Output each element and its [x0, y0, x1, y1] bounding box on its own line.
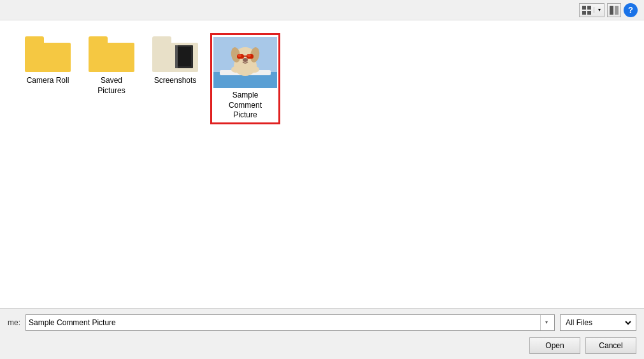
filename-dropdown-arrow[interactable]: ▾: [540, 315, 552, 330]
filetype-select-wrap[interactable]: All Files Image Files JPEG Files PNG Fil…: [560, 314, 636, 331]
folder-icon-saved-pictures: [89, 36, 134, 72]
cancel-button[interactable]: Cancel: [585, 337, 636, 354]
filename-input[interactable]: [29, 318, 540, 327]
filename-row: me: ▾ All Files Image Files JPEG Files P…: [8, 314, 636, 331]
folder-icon-camera-roll: [25, 36, 71, 72]
view-icon: [580, 6, 594, 15]
svg-rect-4: [610, 6, 613, 15]
svg-point-20: [250, 66, 259, 73]
view-button[interactable]: ▾: [579, 3, 605, 17]
svg-rect-5: [615, 6, 619, 15]
file-browser: Camera Roll Saved Pictures Screenshots: [0, 20, 644, 308]
svg-point-16: [238, 54, 241, 57]
folder-icon-screenshots: [152, 36, 198, 72]
help-label: ?: [628, 5, 633, 15]
help-button[interactable]: ?: [624, 3, 638, 17]
image-thumbnail: [213, 37, 277, 88]
svg-rect-3: [587, 11, 591, 15]
filename-label: me:: [8, 318, 20, 327]
filetype-select[interactable]: All Files Image Files JPEG Files PNG Fil…: [563, 318, 633, 328]
svg-point-18: [243, 58, 248, 62]
buttons-row: Open Cancel: [8, 337, 636, 354]
folder-item-camera-roll[interactable]: Camera Roll: [19, 33, 76, 124]
svg-rect-0: [582, 6, 586, 10]
svg-point-19: [231, 66, 240, 73]
filename-input-wrap[interactable]: ▾: [25, 314, 555, 331]
panel-button[interactable]: [607, 3, 621, 17]
folder-item-screenshots[interactable]: Screenshots: [147, 33, 204, 124]
folder-label-saved-pictures: Saved Pictures: [86, 76, 137, 96]
main-area: Camera Roll Saved Pictures Screenshots: [0, 20, 644, 308]
svg-point-17: [247, 54, 251, 57]
folder-item-saved-pictures[interactable]: Saved Pictures: [83, 33, 140, 124]
image-label-sample-comment-picture: SampleCommentPicture: [229, 91, 262, 121]
view-dropdown-arrow[interactable]: ▾: [594, 7, 604, 13]
folder-label-camera-roll: Camera Roll: [27, 76, 69, 86]
svg-rect-2: [582, 11, 586, 15]
open-button[interactable]: Open: [529, 337, 580, 354]
image-item-sample-comment-picture[interactable]: SampleCommentPicture: [210, 33, 280, 124]
svg-rect-1: [587, 6, 591, 10]
bottom-bar: me: ▾ All Files Image Files JPEG Files P…: [0, 308, 644, 359]
folder-label-screenshots: Screenshots: [154, 76, 197, 86]
toolbar: ▾ ?: [0, 0, 644, 20]
